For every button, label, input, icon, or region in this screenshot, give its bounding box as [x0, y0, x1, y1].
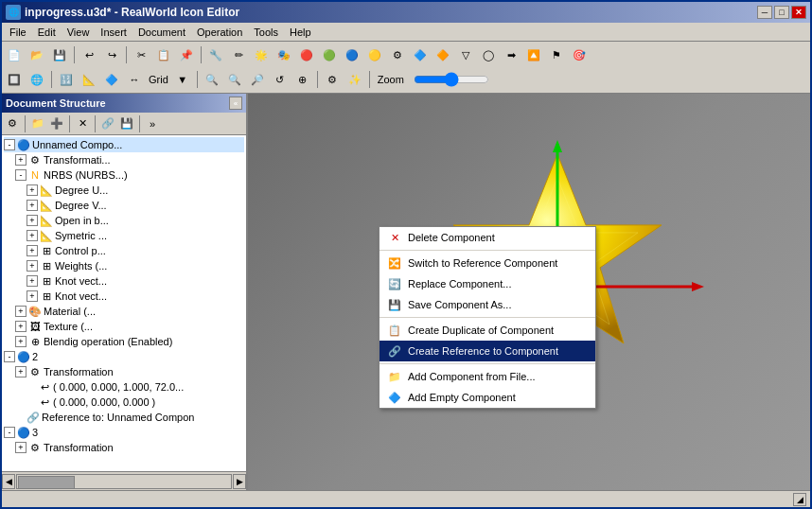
expand-sym[interactable]: + [26, 230, 38, 241]
panel-tool-ref[interactable]: 🔗 [99, 115, 116, 132]
tree-item-degv[interactable]: + 📐 Degree V... [4, 198, 244, 213]
ctx-create-ref[interactable]: 🔗 Create Reference to Component [380, 341, 595, 361]
cut-button[interactable]: ✂ [131, 44, 151, 65]
tool12[interactable]: ▽ [455, 44, 476, 65]
tree-item-transform1[interactable]: + ⚙ Transformati... [4, 152, 244, 167]
tree-item-val1[interactable]: ↩ ( 0.000, 0.000, 1.000, 72.0... [4, 379, 244, 395]
tool7[interactable]: 🔵 [342, 44, 362, 65]
expand-root3[interactable]: - [4, 427, 15, 438]
view-btn6[interactable]: ↔ [124, 69, 145, 90]
render-btn2[interactable]: ✨ [344, 69, 365, 90]
tree-item-transform3[interactable]: + ⚙ Transformation [4, 440, 244, 455]
tree-item-nurbs[interactable]: - N NRBS (NURBS...) [4, 167, 244, 183]
panel-tool-add[interactable]: 📁 [29, 115, 46, 132]
tree-item-transform2[interactable]: + ⚙ Transformation [4, 364, 244, 379]
nav-btn5[interactable]: ⊕ [292, 69, 313, 90]
close-button[interactable]: ✕ [791, 6, 806, 19]
tree-item-root2[interactable]: - 🔵 2 [4, 349, 244, 364]
expand-nurbs[interactable]: - [15, 169, 26, 181]
tool15[interactable]: 🔼 [523, 44, 544, 65]
menu-insert[interactable]: Insert [95, 25, 132, 40]
menu-edit[interactable]: Edit [32, 25, 62, 40]
expand-transform3[interactable]: + [15, 442, 26, 453]
tree-item-knot1[interactable]: + ⊞ Knot vect... [4, 273, 244, 289]
ctx-replace[interactable]: 🔄 Replace Component... [380, 273, 595, 294]
view-btn1[interactable]: 🔲 [4, 69, 25, 90]
ctx-duplicate[interactable]: 📋 Create Duplicate of Component [380, 320, 595, 341]
expand-transform2[interactable]: + [15, 366, 26, 377]
panel-collapse-button[interactable]: « [229, 97, 242, 110]
resize-grip[interactable]: ◢ [793, 493, 806, 506]
expand-openb[interactable]: + [26, 215, 38, 226]
scroll-left[interactable]: ◀ [2, 474, 15, 489]
ctx-add-file[interactable]: 📁 Add Component from File... [380, 366, 595, 387]
tree-item-weights[interactable]: + ⊞ Weights (... [4, 258, 244, 273]
expand-weights[interactable]: + [26, 260, 38, 272]
menu-view[interactable]: View [62, 25, 96, 40]
ctx-add-empty[interactable]: 🔷 Add Empty Component [380, 387, 595, 408]
render-btn1[interactable]: ⚙ [322, 69, 343, 90]
tree-item-sym[interactable]: + 📐 Symetric ... [4, 228, 244, 243]
menu-tools[interactable]: Tools [248, 25, 284, 40]
tool13[interactable]: ◯ [478, 44, 499, 65]
undo-button[interactable]: ↩ [79, 44, 99, 65]
tool9[interactable]: ⚙ [387, 44, 408, 65]
view-btn4[interactable]: 📐 [79, 69, 99, 90]
expand-material[interactable]: + [15, 306, 26, 317]
paste-button[interactable]: 📌 [176, 44, 197, 65]
view-btn2[interactable]: 🌐 [26, 69, 47, 90]
expand-knot2[interactable]: + [26, 290, 38, 302]
ctx-switch-ref[interactable]: 🔀 Switch to Reference Component [380, 253, 595, 273]
expand-degv[interactable]: + [26, 200, 38, 211]
tool5[interactable]: 🔴 [296, 44, 317, 65]
tree-item-val2[interactable]: ↩ ( 0.000, 0.000, 0.000 ) [4, 395, 244, 410]
expand-root2[interactable]: - [4, 351, 15, 362]
tree-item-knot2[interactable]: + ⊞ Knot vect... [4, 289, 244, 304]
tool17[interactable]: 🎯 [569, 44, 590, 65]
panel-tool-delete[interactable]: ✕ [74, 115, 91, 132]
tool8[interactable]: 🟡 [364, 44, 385, 65]
expand-blend[interactable]: + [15, 336, 26, 347]
nav-btn1[interactable]: 🔍 [202, 69, 222, 90]
ctx-save-as[interactable]: 💾 Save Component As... [380, 294, 595, 315]
tool1[interactable]: 🔧 [205, 44, 226, 65]
new-button[interactable]: 📄 [4, 44, 25, 65]
tree-item-blend[interactable]: + ⊕ Blendig operation (Enabled) [4, 334, 244, 349]
tree-item-root3[interactable]: - 🔵 3 [4, 425, 244, 440]
expand-root1[interactable]: - [4, 139, 15, 150]
tree-item-ctrl[interactable]: + ⊞ Control p... [4, 243, 244, 258]
view-btn5[interactable]: 🔷 [101, 69, 122, 90]
expand-knot1[interactable]: + [26, 275, 38, 287]
copy-button[interactable]: 📋 [153, 44, 174, 65]
panel-tool-filter[interactable]: ⚙ [4, 115, 21, 132]
expand-degu[interactable]: + [26, 184, 38, 196]
nav-btn3[interactable]: 🔎 [247, 69, 268, 90]
expand-transform1[interactable]: + [15, 154, 26, 166]
ctx-delete[interactable]: ✕ Delete Component [380, 227, 595, 248]
minimize-button[interactable]: ─ [757, 6, 772, 19]
redo-button[interactable]: ↪ [101, 44, 122, 65]
tree-item-material[interactable]: + 🎨 Material (... [4, 304, 244, 319]
tree-item-texture[interactable]: + 🖼 Texture (... [4, 319, 244, 334]
tool4[interactable]: 🎭 [274, 44, 294, 65]
nav-btn4[interactable]: ↺ [270, 69, 291, 90]
menu-document[interactable]: Document [132, 25, 191, 40]
save-button[interactable]: 💾 [49, 44, 70, 65]
tool14[interactable]: ➡ [501, 44, 521, 65]
panel-tool-new[interactable]: ➕ [48, 115, 65, 132]
tree-item-ref[interactable]: 🔗 Reference to: Unnamed Compon [4, 410, 244, 425]
zoom-slider[interactable] [414, 72, 489, 87]
grid-dropdown[interactable]: ▼ [172, 69, 193, 90]
tree-item-openb[interactable]: + 📐 Open in b... [4, 213, 244, 228]
open-button[interactable]: 📂 [26, 44, 47, 65]
tree-item-root1[interactable]: - 🔵 Unnamed Compo... [4, 137, 244, 152]
nav-btn2[interactable]: 🔍 [224, 69, 245, 90]
panel-tool-more[interactable]: » [144, 115, 161, 132]
tool3[interactable]: 🌟 [251, 44, 272, 65]
view-btn3[interactable]: 🔢 [56, 69, 77, 90]
tool16[interactable]: ⚑ [546, 44, 567, 65]
expand-ctrl[interactable]: + [26, 245, 38, 256]
tree-item-degu[interactable]: + 📐 Degree U... [4, 183, 244, 198]
panel-tool-save[interactable]: 💾 [118, 115, 135, 132]
expand-texture[interactable]: + [15, 321, 26, 332]
